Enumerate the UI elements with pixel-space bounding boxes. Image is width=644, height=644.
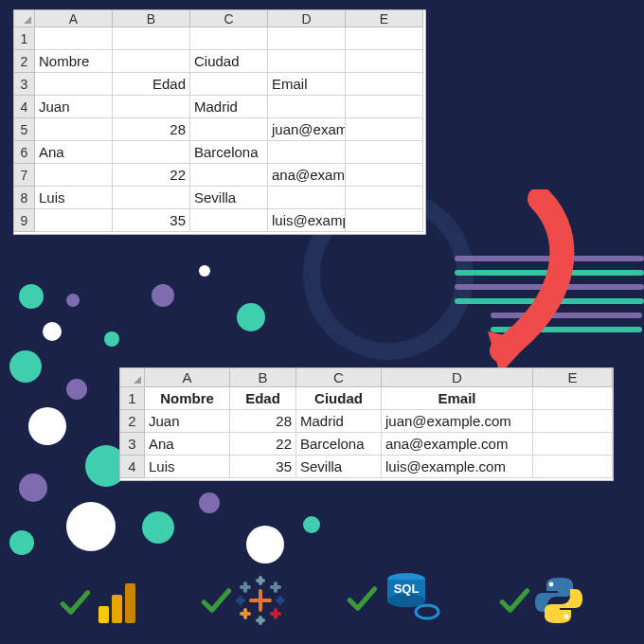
cell[interactable]: Nombre (35, 50, 113, 73)
cell[interactable] (533, 410, 613, 433)
cell[interactable]: ana@example.com (268, 164, 346, 187)
powerbi-icon (93, 578, 142, 627)
row-header[interactable]: 2 (120, 410, 145, 433)
cell[interactable]: Ciudad (190, 50, 268, 73)
cell[interactable]: Barcelona (296, 433, 382, 456)
python-icon (532, 574, 585, 627)
cell[interactable] (268, 50, 346, 73)
cell[interactable] (346, 50, 423, 73)
cell[interactable]: Sevilla (190, 187, 268, 209)
cell[interactable]: 35 (230, 456, 296, 478)
cell[interactable] (346, 96, 423, 118)
select-all-corner[interactable] (14, 10, 35, 27)
cell[interactable] (268, 96, 346, 118)
cell[interactable] (113, 96, 190, 118)
row-header[interactable]: 4 (120, 456, 145, 478)
cell[interactable] (35, 209, 113, 232)
cell[interactable]: Juan (35, 96, 113, 118)
sql-database-icon: SQL (380, 570, 440, 627)
row-header[interactable]: 4 (14, 96, 35, 118)
row-header[interactable]: 2 (14, 50, 35, 73)
cell[interactable]: Barcelona (190, 141, 268, 164)
cell[interactable]: Edad (113, 73, 190, 96)
cell[interactable]: Ana (145, 433, 230, 456)
header-cell[interactable]: Nombre (145, 387, 230, 410)
cell[interactable] (113, 27, 190, 50)
cell[interactable] (268, 141, 346, 164)
column-header[interactable]: C (296, 368, 382, 387)
cell[interactable] (35, 164, 113, 187)
header-cell[interactable]: Edad (230, 387, 296, 410)
cell[interactable]: luis@example.com (268, 209, 346, 232)
column-header[interactable]: B (113, 10, 190, 27)
tool-tableau (200, 574, 287, 627)
cell[interactable] (190, 27, 268, 50)
cell[interactable] (35, 118, 113, 141)
row-header[interactable]: 5 (14, 118, 35, 141)
tool-python (498, 574, 585, 627)
cell[interactable] (190, 209, 268, 232)
cell[interactable]: Madrid (296, 410, 382, 433)
column-header[interactable]: A (35, 10, 113, 27)
cell[interactable] (268, 27, 346, 50)
column-header[interactable]: D (382, 368, 533, 387)
row-header[interactable]: 9 (14, 209, 35, 232)
cell[interactable] (113, 141, 190, 164)
column-header[interactable]: A (145, 368, 230, 387)
cell[interactable] (346, 141, 423, 164)
svg-point-4 (387, 594, 425, 607)
cell[interactable]: 28 (230, 410, 296, 433)
cell[interactable] (113, 187, 190, 209)
cell[interactable]: 22 (113, 164, 190, 187)
row-header[interactable]: 1 (14, 27, 35, 50)
header-cell[interactable] (533, 387, 613, 410)
cell[interactable]: 28 (113, 118, 190, 141)
cell[interactable]: Juan (145, 410, 230, 433)
cell[interactable]: juan@example.com (268, 118, 346, 141)
column-header[interactable]: E (533, 368, 613, 387)
cell[interactable] (190, 164, 268, 187)
cell[interactable] (346, 73, 423, 96)
header-cell[interactable]: Email (382, 387, 533, 410)
cell[interactable]: 22 (230, 433, 296, 456)
cell[interactable] (346, 164, 423, 187)
row-header[interactable]: 1 (120, 387, 145, 410)
cell[interactable] (113, 50, 190, 73)
select-all-corner[interactable] (120, 368, 145, 387)
cell[interactable]: Ana (35, 141, 113, 164)
row-header[interactable]: 8 (14, 187, 35, 209)
svg-point-7 (564, 615, 569, 619)
column-header[interactable]: C (190, 10, 268, 27)
row-header[interactable]: 3 (120, 433, 145, 456)
tool-powerbi (59, 578, 142, 627)
cell[interactable]: Luis (145, 456, 230, 478)
cell[interactable] (35, 73, 113, 96)
spreadsheet-messy: ABCDE 123456789 NombreCiudadEdadEmailJua… (13, 9, 426, 235)
cell[interactable]: Madrid (190, 96, 268, 118)
column-header[interactable]: D (268, 10, 346, 27)
cell[interactable]: ana@example.com (382, 433, 533, 456)
cell[interactable] (533, 433, 613, 456)
cell[interactable] (190, 118, 268, 141)
cell[interactable]: Email (268, 73, 346, 96)
cell[interactable]: Luis (35, 187, 113, 209)
cell[interactable] (35, 27, 113, 50)
cell[interactable]: luis@example.com (382, 456, 533, 478)
header-cell[interactable]: Ciudad (296, 387, 382, 410)
cell[interactable]: juan@example.com (382, 410, 533, 433)
cell[interactable] (268, 187, 346, 209)
checkmark-icon (498, 584, 530, 617)
row-header[interactable]: 7 (14, 164, 35, 187)
cell[interactable]: 35 (113, 209, 190, 232)
row-header[interactable]: 3 (14, 73, 35, 96)
tableau-icon (234, 574, 287, 627)
checkmark-icon (59, 586, 91, 618)
cell[interactable] (346, 118, 423, 141)
row-header[interactable]: 6 (14, 141, 35, 164)
cell[interactable]: Sevilla (296, 456, 382, 478)
column-header[interactable]: E (346, 10, 423, 27)
cell[interactable] (346, 27, 423, 50)
column-header[interactable]: B (230, 368, 296, 387)
cell[interactable] (533, 456, 613, 478)
cell[interactable] (190, 73, 268, 96)
